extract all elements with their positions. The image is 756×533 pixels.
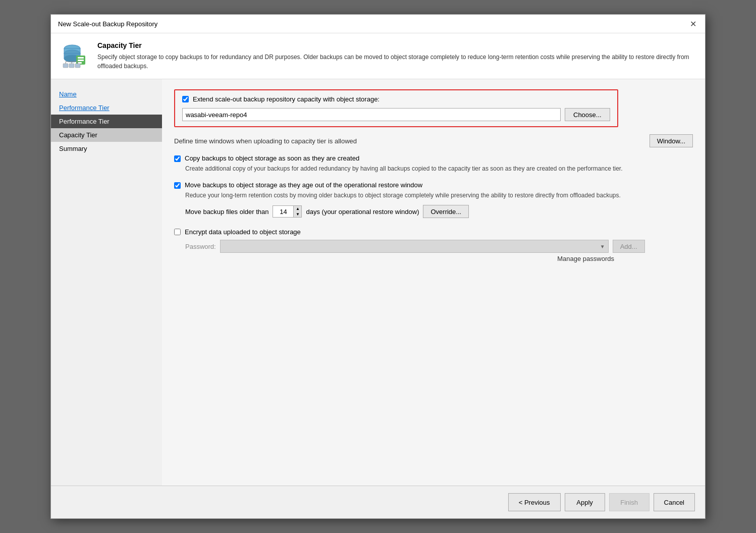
footer: < Previous Apply Finish Cancel: [51, 486, 705, 518]
repo-input[interactable]: [182, 108, 561, 121]
main-content: Extend scale-out backup repository capac…: [162, 79, 705, 486]
password-label: Password:: [185, 243, 216, 250]
dialog: New Scale-out Backup Repository ✕: [50, 14, 706, 519]
move-backup-row: Move backups to object storage as they a…: [174, 181, 693, 189]
sidebar-item-name[interactable]: Name: [51, 87, 162, 101]
repo-input-row: Choose...: [182, 108, 610, 121]
extend-box: Extend scale-out backup repository capac…: [174, 89, 618, 127]
move-days-prefix: Move backup files older than: [185, 208, 268, 216]
header-description: Specify object storage to copy backups t…: [97, 52, 695, 71]
svg-rect-9: [63, 64, 68, 68]
close-button[interactable]: ✕: [688, 19, 698, 29]
spinner-up[interactable]: ▲: [293, 206, 301, 211]
copy-backup-desc: Create additional copy of your backups f…: [185, 164, 693, 173]
svg-rect-10: [69, 64, 74, 68]
chevron-down-icon: ▼: [600, 244, 605, 249]
extend-checkbox[interactable]: [182, 96, 189, 102]
encrypt-section: Encrypt data uploaded to object storage …: [174, 228, 693, 262]
password-dropdown[interactable]: ▼: [220, 240, 609, 253]
manage-passwords-row: Manage passwords: [185, 255, 614, 262]
previous-button[interactable]: < Previous: [508, 493, 561, 511]
finish-button: Finish: [609, 493, 650, 511]
content-area: Name Performance Tier Performance Tier C…: [51, 79, 705, 486]
time-window-label: Define time windows when uploading to ca…: [174, 137, 357, 145]
sidebar: Name Performance Tier Performance Tier C…: [51, 79, 162, 486]
extend-row: Extend scale-out backup repository capac…: [182, 95, 610, 103]
header-icon: [61, 41, 89, 70]
header-title: Capacity Tier: [97, 41, 695, 49]
days-input[interactable]: [273, 206, 293, 217]
days-spinner: ▲ ▼: [273, 205, 302, 218]
password-row: Password: ▼ Add...: [185, 240, 693, 253]
manage-passwords-link[interactable]: Manage passwords: [557, 255, 614, 262]
encrypt-label[interactable]: Encrypt data uploaded to object storage: [185, 228, 301, 236]
copy-backup-section: Copy backups to object storage as soon a…: [174, 154, 693, 173]
sidebar-item-perf-tier-tooltip: Performance Tier: [51, 115, 162, 128]
cancel-button[interactable]: Cancel: [654, 493, 695, 511]
window-button[interactable]: Window...: [650, 134, 693, 147]
move-backup-label[interactable]: Move backups to object storage as they a…: [185, 181, 422, 189]
sidebar-item-summary[interactable]: Summary: [51, 142, 162, 155]
move-backup-checkbox[interactable]: [174, 182, 181, 189]
dialog-title: New Scale-out Backup Repository: [58, 20, 157, 28]
svg-rect-8: [78, 62, 82, 64]
copy-backup-label[interactable]: Copy backups to object storage as soon a…: [185, 154, 359, 162]
add-button: Add...: [613, 240, 645, 253]
encrypt-checkbox[interactable]: [174, 229, 181, 235]
move-days-row: Move backup files older than ▲ ▼ days (y…: [185, 205, 693, 218]
header-text: Capacity Tier Specify object storage to …: [97, 41, 695, 71]
svg-rect-11: [75, 64, 80, 68]
move-backup-desc: Reduce your long-term retention costs by…: [185, 191, 693, 200]
copy-backup-row: Copy backups to object storage as soon a…: [174, 154, 693, 162]
title-bar: New Scale-out Backup Repository ✕: [51, 15, 705, 33]
move-days-suffix: days (your operational restore window): [306, 208, 419, 216]
move-backup-section: Move backups to object storage as they a…: [174, 181, 693, 218]
time-window-row: Define time windows when uploading to ca…: [174, 134, 693, 147]
copy-backup-checkbox[interactable]: [174, 155, 181, 162]
sidebar-item-capacity-tier[interactable]: Capacity Tier: [51, 128, 162, 142]
svg-rect-7: [78, 60, 84, 61]
spinner-down[interactable]: ▼: [293, 211, 301, 217]
sidebar-item-perf-tier-link[interactable]: Performance Tier: [51, 101, 162, 115]
apply-button[interactable]: Apply: [565, 493, 605, 511]
extend-label[interactable]: Extend scale-out backup repository capac…: [193, 95, 380, 103]
header-section: Capacity Tier Specify object storage to …: [51, 33, 705, 79]
override-button[interactable]: Override...: [423, 205, 469, 218]
spinner-buttons: ▲ ▼: [293, 206, 301, 217]
svg-rect-6: [78, 57, 84, 59]
choose-button[interactable]: Choose...: [565, 108, 610, 121]
encrypt-checkbox-row: Encrypt data uploaded to object storage: [174, 228, 693, 236]
